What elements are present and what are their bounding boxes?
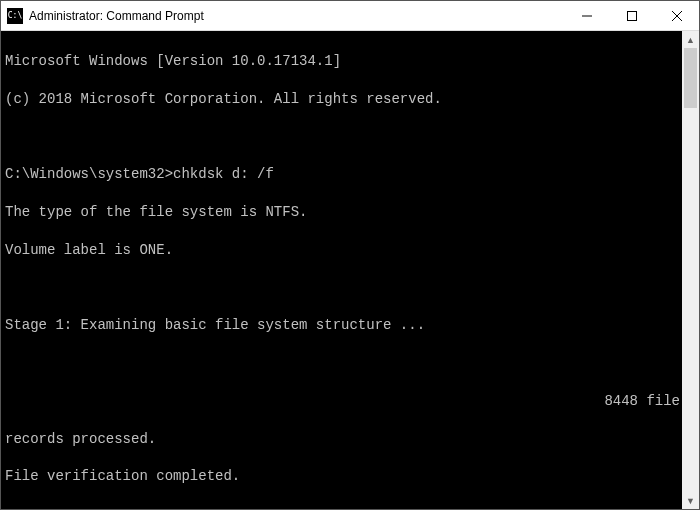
command-prompt-window: C:\ Administrator: Command Prompt Micros… — [0, 0, 700, 510]
terminal-line: The type of the file system is NTFS. — [5, 203, 682, 222]
scrollbar-track[interactable] — [682, 48, 699, 492]
chevron-down-icon: ▼ — [686, 496, 695, 506]
terminal-line — [5, 354, 682, 373]
terminal-line: (c) 2018 Microsoft Corporation. All righ… — [5, 90, 682, 109]
minimize-icon — [582, 11, 592, 21]
terminal-line — [5, 279, 682, 298]
close-icon — [672, 11, 682, 21]
scroll-up-button[interactable]: ▲ — [682, 31, 699, 48]
cmd-icon-label: C:\ — [8, 11, 22, 20]
titlebar[interactable]: C:\ Administrator: Command Prompt — [1, 1, 699, 31]
scroll-down-button[interactable]: ▼ — [682, 492, 699, 509]
terminal-line: C:\Windows\system32>chkdsk d: /f — [5, 165, 682, 184]
close-button[interactable] — [654, 1, 699, 30]
terminal-line: records processed. — [5, 430, 682, 449]
terminal-line: 8448 file — [5, 392, 682, 411]
terminal-line: Volume label is ONE. — [5, 241, 682, 260]
maximize-icon — [627, 11, 637, 21]
terminal-line — [5, 127, 682, 146]
terminal-line: Microsoft Windows [Version 10.0.17134.1] — [5, 52, 682, 71]
minimize-button[interactable] — [564, 1, 609, 30]
maximize-button[interactable] — [609, 1, 654, 30]
content-area: Microsoft Windows [Version 10.0.17134.1]… — [1, 31, 699, 509]
scrollbar-thumb[interactable] — [684, 48, 697, 108]
window-title: Administrator: Command Prompt — [29, 9, 564, 23]
cmd-icon: C:\ — [7, 8, 23, 24]
chevron-up-icon: ▲ — [686, 35, 695, 45]
window-controls — [564, 1, 699, 30]
svg-rect-1 — [627, 11, 636, 20]
terminal-line: Stage 1: Examining basic file system str… — [5, 316, 682, 335]
terminal-line: File verification completed. — [5, 467, 682, 486]
terminal-output[interactable]: Microsoft Windows [Version 10.0.17134.1]… — [1, 31, 682, 509]
terminal-line — [5, 505, 682, 509]
vertical-scrollbar[interactable]: ▲ ▼ — [682, 31, 699, 509]
